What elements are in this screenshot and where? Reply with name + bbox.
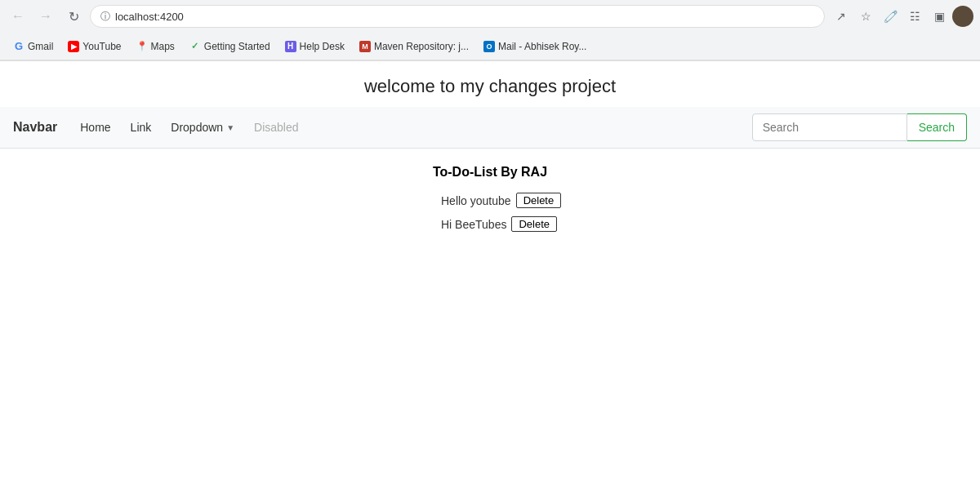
gmail-icon: G [13, 41, 24, 52]
bookmark-youtube[interactable]: ▶ YouTube [61, 38, 127, 56]
bookmark-maven-label: Maven Repository: j... [374, 41, 469, 52]
lock-icon: ⓘ [100, 10, 110, 24]
todo-list: Hello youtube Delete Hi BeeTubes Delete [16, 193, 964, 232]
navbar-brand: Navbar [13, 120, 57, 135]
maven-icon: M [359, 41, 371, 52]
maps-icon: 📍 [136, 41, 148, 52]
nav-home[interactable]: Home [70, 116, 120, 139]
bookmark-youtube-label: YouTube [82, 41, 121, 52]
delete-button-1[interactable]: Delete [516, 193, 562, 208]
main-content: To-Do-List By RAJ Hello youtube Delete H… [0, 149, 980, 256]
bookmark-maps-label: Maps [151, 41, 175, 52]
todo-item-text-2: Hi BeeTubes [441, 218, 506, 231]
search-button[interactable]: Search [907, 113, 967, 141]
list-item: Hi BeeTubes Delete [441, 216, 964, 232]
back-button[interactable]: ← [7, 5, 29, 28]
bookmark-helpdesk-label: Help Desk [300, 41, 345, 52]
app-heading: welcome to my changes project [0, 61, 980, 107]
app-navbar: Navbar Home Link Dropdown ▼ Disabled Sea… [0, 107, 980, 149]
navbar-search: Search [752, 113, 967, 141]
bookmark-gmail-label: Gmail [28, 41, 53, 52]
bookmark-helpdesk[interactable]: H Help Desk [278, 38, 351, 56]
tab-manager-button[interactable]: ☷ [903, 5, 926, 28]
nav-dropdown-label: Dropdown [171, 121, 223, 134]
bookmark-getting-started[interactable]: ✓ Getting Started [183, 38, 277, 56]
outlook-icon: O [483, 41, 495, 52]
delete-button-2[interactable]: Delete [511, 216, 557, 232]
browser-chrome: ← → ↻ ⓘ localhost:4200 ↗ ☆ 🧷 ☷ ▣ G Gmail… [0, 0, 980, 61]
bookmark-gmail[interactable]: G Gmail [7, 38, 60, 56]
youtube-icon: ▶ [68, 41, 79, 52]
refresh-button[interactable]: ↻ [62, 5, 85, 28]
helpdesk-icon: H [285, 41, 296, 52]
address-bar[interactable]: ⓘ localhost:4200 [90, 5, 825, 28]
todo-item-text-1: Hello youtube [441, 194, 511, 207]
bookmark-getting-started-label: Getting Started [204, 41, 270, 52]
url-text: localhost:4200 [115, 11, 184, 23]
bookmarks-bar: G Gmail ▶ YouTube 📍 Maps ✓ Getting Start… [0, 33, 980, 60]
forward-button[interactable]: → [34, 5, 57, 28]
search-input[interactable] [752, 113, 907, 141]
avatar[interactable] [952, 6, 973, 27]
split-view-button[interactable]: ▣ [928, 5, 951, 28]
bookmark-button[interactable]: ☆ [854, 5, 877, 28]
toolbar-actions: ↗ ☆ 🧷 ☷ ▣ [830, 5, 973, 28]
bookmark-maven[interactable]: M Maven Repository: j... [353, 38, 475, 56]
extensions-button[interactable]: 🧷 [879, 5, 902, 28]
bookmark-maps[interactable]: 📍 Maps [130, 38, 181, 56]
browser-toolbar: ← → ↻ ⓘ localhost:4200 ↗ ☆ 🧷 ☷ ▣ [0, 0, 980, 33]
getting-started-icon: ✓ [189, 41, 201, 52]
bookmark-mail-label: Mail - Abhisek Roy... [498, 41, 586, 52]
bookmark-mail[interactable]: O Mail - Abhisek Roy... [477, 38, 593, 56]
nav-disabled: Disabled [244, 116, 308, 139]
list-item: Hello youtube Delete [441, 193, 964, 208]
share-button[interactable]: ↗ [830, 5, 853, 28]
nav-link[interactable]: Link [121, 116, 162, 139]
todo-title: To-Do-List By RAJ [16, 165, 964, 180]
chevron-down-icon: ▼ [226, 123, 234, 132]
navbar-links: Home Link Dropdown ▼ Disabled [70, 116, 751, 139]
nav-dropdown[interactable]: Dropdown ▼ [161, 116, 244, 139]
